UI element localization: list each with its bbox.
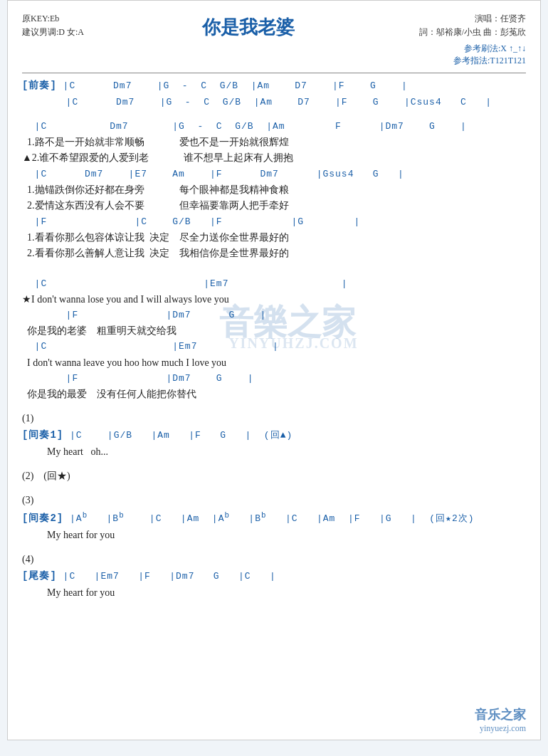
- header: 原KEY:Eb 建议男调:D 女:A 你是我老婆 演唱：任贤齐 詞：邬裕康/小虫…: [22, 12, 526, 40]
- outro-chords: [尾奏] |C |Em7 |F |Dm7 G |C |: [22, 568, 526, 585]
- verse1-lyric1a: 1.路不是一开始就非常顺畅 爱也不是一开始就很辉煌: [22, 135, 526, 150]
- interlude1-lyric: My heart oh...: [22, 444, 526, 460]
- prelude-chords-1: [前奏] |C Dm7 |G - C G/B |Am D7 |F G |: [22, 78, 526, 95]
- interlude2-chords: [间奏2] |Ab |Bb |C |Am |Ab |Bb |C |Am |F |…: [22, 509, 526, 527]
- outro-lyric: My heart for you: [22, 585, 526, 601]
- verse1-chords3: |F |C G/B |F |G |: [22, 214, 526, 230]
- original-key: 原KEY:Eb: [22, 12, 84, 26]
- label-2: (2) (回★): [22, 468, 526, 484]
- verse1-lyric1b: ▲2.谁不希望跟爱的人爱到老 谁不想早上起床有人拥抱: [22, 150, 526, 166]
- footer-logo-url: yinyuezj.com: [475, 723, 526, 734]
- lyricist: 詞：邬裕康/小虫 曲：彭菟欣: [412, 26, 526, 39]
- label-1: (1): [22, 411, 526, 426]
- chorus-lyric2: 你是我的老婆 粗重明天就交给我: [22, 323, 526, 339]
- interlude1-chords: [间奏1] |C |G/B |Am |F G | (回▲): [22, 427, 526, 444]
- chorus-chords2: |F |Dm7 G |: [22, 308, 526, 323]
- strum-line2: 参考指法:T121T121: [22, 55, 526, 67]
- header-left: 原KEY:Eb 建议男调:D 女:A: [22, 12, 84, 39]
- chorus-chords4: |F |Dm7 G |: [22, 371, 526, 387]
- song-title: 你是我老婆: [84, 12, 412, 40]
- verse1-lyric2a: 1.抛锚跌倒你还好都在身旁 每个眼神都是我精神食粮: [22, 182, 526, 198]
- section-4: (4) [尾奏] |C |Em7 |F |Dm7 G |C | My heart…: [22, 552, 526, 601]
- label-4: (4): [22, 552, 526, 567]
- suggestion: 建议男调:D 女:A: [22, 26, 84, 39]
- header-right: 演唱：任贤齐 詞：邬裕康/小虫 曲：彭菟欣: [412, 12, 526, 39]
- footer-logo-big: 音乐之家: [475, 706, 526, 723]
- chorus-lyric1: ★I don't wanna lose you and I will alway…: [22, 292, 526, 308]
- chorus-lyric4: 你是我的最爱 没有任何人能把你替代: [22, 387, 526, 402]
- label-3: (3): [22, 493, 526, 508]
- verse1-lyric2b: 2.爱情这东西没有人会不要 但幸福要靠两人把手牵好: [22, 198, 526, 214]
- section-prelude: [前奏] |C Dm7 |G - C G/B |Am D7 |F G | |C …: [22, 78, 526, 110]
- section-verse1: |C Dm7 |G - C G/B |Am F |Dm7 G | 1.路不是一开…: [22, 119, 526, 262]
- prelude-chords-2: |C Dm7 |G - C G/B |Am D7 |F G |Csus4 C |: [22, 95, 526, 110]
- section-1: (1) [间奏1] |C |G/B |Am |F G | (回▲) My hea…: [22, 411, 526, 460]
- divider-top: [22, 73, 526, 73]
- verse1-chords2: |C Dm7 |E7 Am |F Dm7 |Gsus4 G |: [22, 167, 526, 182]
- interlude2-lyric: My heart for you: [22, 527, 526, 543]
- singer: 演唱：任贤齐: [412, 12, 526, 26]
- section-chorus: |C |Em7 | ★I don't wanna lose you and I …: [22, 276, 526, 403]
- verse1-chords: |C Dm7 |G - C G/B |Am F |Dm7 G |: [22, 119, 526, 135]
- section-3: (3) [间奏2] |Ab |Bb |C |Am |Ab |Bb |C |Am …: [22, 493, 526, 543]
- verse1-lyric3a: 1.看看你那么包容体谅让我 决定 尽全力送你全世界最好的: [22, 230, 526, 246]
- section-2: (2) (回★): [22, 468, 526, 484]
- chorus-chords3: |C |Em7 |: [22, 339, 526, 355]
- footer-logo: 音乐之家 yinyuezj.com: [475, 706, 526, 734]
- chorus-chords1: |C |Em7 |: [22, 276, 526, 292]
- chorus-lyric3: I don't wanna leave you hoo how much I l…: [22, 355, 526, 371]
- verse1-lyric3b: 2.看看你那么善解人意让我 决定 我相信你是全世界最好的: [22, 246, 526, 261]
- strum-line1: 参考刷法:X ↑_↑↓: [22, 43, 526, 55]
- strum-info: 参考刷法:X ↑_↑↓ 参考指法:T121T121: [22, 43, 526, 67]
- page: 原KEY:Eb 建议男调:D 女:A 你是我老婆 演唱：任贤齐 詞：邬裕康/小虫…: [7, 0, 541, 740]
